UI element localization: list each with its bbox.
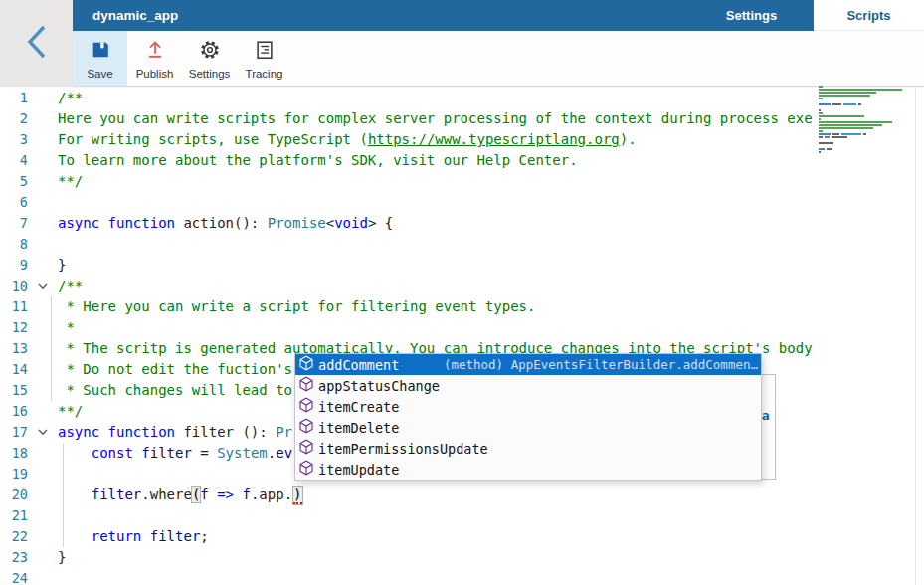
line-number: 7 — [0, 213, 28, 234]
code-text: async function action(): Promise<void> { — [58, 213, 393, 234]
code-line[interactable]: 7async function action(): Promise<void> … — [0, 213, 816, 234]
line-number: 17 — [0, 422, 28, 443]
suggestion-item[interactable]: itemCreate — [295, 396, 761, 417]
fold-gutter — [28, 505, 58, 526]
save-button[interactable]: Save — [73, 31, 127, 86]
code-line[interactable]: 11 * Here you can write a script for fil… — [0, 296, 816, 317]
code-line[interactable]: 24 — [0, 568, 816, 585]
code-text: For writing scripts, use TypeScript (htt… — [58, 129, 637, 150]
fold-gutter — [28, 568, 58, 585]
code-line[interactable]: 4To learn more about the platform's SDK,… — [0, 150, 816, 171]
code-line[interactable]: 6 — [0, 192, 816, 213]
code-text: To learn more about the platform's SDK, … — [58, 150, 578, 171]
line-number: 2 — [0, 108, 28, 129]
suggestion-item[interactable]: itemPermissionsUpdate — [295, 438, 761, 459]
gear-icon — [199, 39, 221, 65]
code-line[interactable]: 3For writing scripts, use TypeScript (ht… — [0, 129, 816, 150]
suggestion-item[interactable]: itemUpdate — [295, 459, 761, 480]
line-number: 13 — [0, 338, 28, 359]
fold-gutter — [28, 234, 58, 255]
minimap-line — [819, 145, 908, 147]
code-text: * — [58, 317, 75, 338]
fold-gutter — [28, 317, 58, 338]
code-line[interactable]: 2Here you can write scripts for complex … — [0, 108, 816, 129]
suggestion-item[interactable]: appStatusChange — [295, 375, 761, 396]
suggestion-item[interactable]: addComment(method) AppEventsFilterBuilde… — [295, 354, 761, 375]
fold-gutter — [28, 108, 58, 129]
tracing-button[interactable]: Tracing — [237, 31, 291, 86]
code-line[interactable]: 21 — [0, 505, 816, 526]
minimap-line — [819, 127, 908, 129]
minimap-line — [819, 118, 908, 120]
code-text: /** — [58, 276, 83, 296]
tab-settings[interactable]: Settings — [689, 0, 814, 31]
minimap-line — [819, 95, 908, 97]
code-line[interactable]: 9} — [0, 255, 816, 276]
code-text: * Here you can write a script for filter… — [58, 296, 535, 317]
publish-button[interactable]: Publish — [127, 31, 182, 86]
method-cube-icon — [298, 355, 318, 374]
app-title: dynamic_app — [92, 8, 178, 23]
minimap-line — [819, 148, 908, 150]
fold-gutter — [28, 526, 58, 547]
line-number: 23 — [0, 547, 28, 568]
line-number: 9 — [0, 255, 28, 276]
fold-gutter — [28, 338, 58, 359]
save-icon — [90, 39, 111, 65]
line-number: 4 — [0, 150, 28, 171]
editor-right-border — [915, 88, 916, 585]
minimap-line — [819, 133, 908, 135]
code-line[interactable]: 1/** — [0, 88, 816, 108]
fold-gutter — [28, 255, 58, 276]
code-line[interactable]: 23} — [0, 547, 816, 568]
settings-button[interactable]: Settings — [182, 31, 237, 86]
method-cube-icon — [298, 418, 318, 437]
line-number: 15 — [0, 380, 28, 401]
minimap-line — [819, 130, 908, 132]
suggest-docs-panel: pa — [761, 374, 776, 480]
minimap-line — [819, 136, 908, 138]
code-text: const filter = System.ev — [58, 443, 292, 464]
line-number: 21 — [0, 505, 28, 526]
indent-guide — [51, 296, 52, 401]
back-button[interactable] — [0, 0, 73, 87]
code-line[interactable]: 8 — [0, 234, 816, 255]
code-line[interactable]: 22 return filter; — [0, 526, 816, 547]
code-editor[interactable]: 1/**2Here you can write scripts for comp… — [0, 88, 924, 585]
fold-gutter — [28, 296, 58, 317]
autocomplete-dropdown: addComment(method) AppEventsFilterBuilde… — [294, 353, 762, 481]
code-line[interactable]: 5**/ — [0, 171, 816, 192]
suggestion-label: itemCreate — [318, 399, 399, 415]
line-number: 10 — [0, 276, 28, 296]
line-number: 1 — [0, 88, 28, 108]
back-chevron-icon — [20, 21, 54, 67]
minimap-line — [819, 115, 908, 117]
fold-gutter — [28, 213, 58, 234]
line-number: 8 — [0, 234, 28, 255]
publish-label: Publish — [136, 68, 174, 80]
fold-gutter — [28, 380, 58, 401]
code-line[interactable]: 10/** — [0, 276, 816, 296]
fold-gutter — [28, 547, 58, 568]
fold-chevron-icon[interactable] — [28, 422, 58, 443]
suggestion-item[interactable]: itemDelete — [295, 417, 761, 438]
minimap-line — [819, 103, 908, 105]
fold-chevron-icon[interactable] — [28, 276, 58, 296]
code-line[interactable]: 12 * — [0, 317, 816, 338]
suggestion-label: appStatusChange — [318, 378, 440, 394]
minimap-line — [819, 112, 908, 114]
minimap-line — [819, 154, 908, 156]
minimap-line — [819, 109, 908, 111]
minimap[interactable] — [819, 86, 908, 157]
method-cube-icon — [298, 439, 318, 458]
minimap-line — [819, 98, 908, 99]
line-number: 24 — [0, 568, 28, 585]
tracing-label: Tracing — [246, 68, 283, 80]
minimap-line — [819, 86, 908, 88]
tab-scripts[interactable]: Scripts — [814, 0, 924, 31]
line-number: 20 — [0, 485, 28, 505]
code-line[interactable]: 20 filter.where(f => f.app.) — [0, 485, 816, 505]
method-cube-icon — [298, 460, 318, 479]
tracing-icon — [254, 39, 276, 65]
line-number: 11 — [0, 296, 28, 317]
